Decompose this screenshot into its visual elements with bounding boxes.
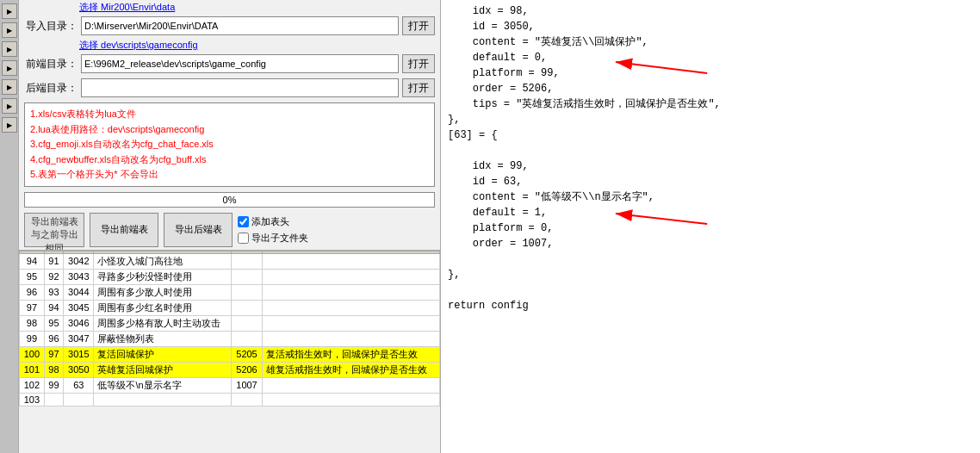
front-dir-label: 前端目录： [24,57,78,71]
table-cell-0-5 [262,253,439,269]
action-row: 导出前端表 与之前导出相同 导出前端表 导出后端表 添加表头 导出子文件夹 [19,210,440,250]
export-sub-label: 导出子文件夹 [251,232,308,245]
front-dir-open-button[interactable]: 打开 [402,54,435,73]
data-table: 94913042小怪攻入城门高往地95923043寻路多少秒没怪时使用96933… [19,251,440,406]
col-header-1 [20,251,45,253]
left-panel: 选择 Mir200\Envir\data 导入目录： 打开 选择 dev\scr… [19,0,441,453]
add-header-row: 添加表头 [238,215,308,228]
table-cell-9-4 [232,393,262,406]
front-dir-link[interactable]: 选择 dev\scripts\gameconfig [19,38,440,52]
table-cell-6-0: 100 [20,346,45,362]
right-panel[interactable]: idx = 98, id = 3050, content = "英雄复活\\回城… [441,0,980,453]
table-cell-1-3: 寻路多少秒没怪时使用 [94,269,232,284]
sidebar-icon-7[interactable]: ▶ [2,117,17,133]
table-cell-4-4 [232,315,262,331]
back-dir-open-button[interactable]: 打开 [402,78,435,97]
table-cell-9-2 [64,393,94,406]
add-header-checkbox[interactable] [238,216,249,227]
info-line-1: 1.xls/csv表格转为lua文件 [30,107,429,122]
table-cell-2-2: 3044 [64,284,94,300]
table-cell-9-0: 103 [20,393,45,406]
table-cell-8-2: 63 [64,377,94,393]
col-header-4 [94,251,232,253]
col-header-6 [262,251,439,253]
import-dir-input[interactable] [81,16,399,35]
table-row[interactable]: 99963047屏蔽怪物列表 [20,331,440,346]
table-cell-2-5 [262,284,439,300]
sidebar-icons: ▶ ▶ ▶ ▶ ▶ ▶ ▶ [0,0,19,453]
table-cell-8-5 [262,377,439,393]
sidebar-icon-3[interactable]: ▶ [2,41,17,57]
table-cell-4-0: 98 [20,315,45,331]
table-cell-2-4 [232,284,262,300]
table-cell-5-3: 屏蔽怪物列表 [94,331,232,346]
table-cell-9-3 [94,393,232,406]
table-cell-7-5: 雄复活戒指生效时，回城保护是否生效 [262,362,439,377]
table-cell-3-1: 94 [44,300,63,315]
table-cell-6-5: 复活戒指生效时，回城保护是否生效 [262,346,439,362]
col-header-3 [64,251,94,253]
table-row[interactable]: 96933044周围有多少敌人时使用 [20,284,440,300]
import-dir-link[interactable]: 选择 Mir200\Envir\data [19,0,440,14]
code-content: idx = 98, id = 3050, content = "英雄复活\\回城… [448,3,973,313]
sidebar-icon-2[interactable]: ▶ [2,22,17,38]
table-cell-5-0: 99 [20,331,45,346]
progress-text: 0% [25,193,434,207]
sidebar-icon-6[interactable]: ▶ [2,98,17,114]
sidebar-icon-5[interactable]: ▶ [2,79,17,95]
export-front-same-col: 导出前端表 与之前导出相同 [24,213,84,247]
table-container: 94913042小怪攻入城门高往地95923043寻路多少秒没怪时使用96933… [19,250,440,453]
table-cell-0-1: 91 [44,253,63,269]
info-line-2: 2.lua表使用路径：dev\scripts\gameconfig [30,122,429,138]
table-cell-6-4: 5205 [232,346,262,362]
import-dir-open-button[interactable]: 打开 [402,16,435,35]
table-cell-7-0: 101 [20,362,45,377]
table-row[interactable]: 94913042小怪攻入城门高往地 [20,253,440,269]
table-row[interactable]: 101983050英雄复活回城保护5206雄复活戒指生效时，回城保护是否生效 [20,362,440,377]
table-cell-3-4 [232,300,262,315]
table-cell-1-0: 95 [20,269,45,284]
table-cell-1-5 [262,269,439,284]
col-header-5 [232,251,262,253]
table-cell-3-2: 3045 [64,300,94,315]
table-cell-6-2: 3015 [64,346,94,362]
table-row[interactable]: 97943045周围有多少红名时使用 [20,300,440,315]
table-cell-0-0: 94 [20,253,45,269]
table-cell-9-5 [262,393,439,406]
table-cell-6-1: 97 [44,346,63,362]
table-cell-8-1: 99 [44,377,63,393]
info-line-4: 4.cfg_newbuffer.xls自动改名为cfg_buff.xls [30,152,429,168]
table-cell-5-4 [232,331,262,346]
table-cell-4-2: 3046 [64,315,94,331]
table-cell-2-0: 96 [20,284,45,300]
sidebar-icon-4[interactable]: ▶ [2,60,17,76]
table-cell-3-5 [262,300,439,315]
table-cell-1-2: 3043 [64,269,94,284]
table-row[interactable]: 1029963低等级不\n显示名字1007 [20,377,440,393]
front-dir-input[interactable] [81,54,399,73]
table-row[interactable]: 100973015复活回城保护5205复活戒指生效时，回城保护是否生效 [20,346,440,362]
back-dir-input[interactable] [81,78,399,97]
table-cell-6-3: 复活回城保护 [94,346,232,362]
table-cell-7-1: 98 [44,362,63,377]
table-row[interactable]: 95923043寻路多少秒没怪时使用 [20,269,440,284]
table-cell-0-2: 3042 [64,253,94,269]
sidebar-icon-1[interactable]: ▶ [2,3,17,19]
table-row[interactable]: 103 [20,393,440,406]
export-back-button[interactable]: 导出后端表 [164,213,233,247]
table-cell-8-3: 低等级不\n显示名字 [94,377,232,393]
export-front-same-button[interactable]: 导出前端表 与之前导出相同 [24,213,84,247]
export-sub-checkbox[interactable] [238,233,249,244]
info-box: 1.xls/csv表格转为lua文件2.lua表使用路径：dev\scripts… [24,102,435,187]
table-cell-1-1: 92 [44,269,63,284]
add-header-label: 添加表头 [251,215,289,228]
table-row[interactable]: 98953046周围多少格有敌人时主动攻击 [20,315,440,331]
table-cell-0-4 [232,253,262,269]
table-cell-5-1: 96 [44,331,63,346]
table-cell-7-4: 5206 [232,362,262,377]
table-cell-7-2: 3050 [64,362,94,377]
export-front-button[interactable]: 导出前端表 [90,213,158,247]
info-line-5: 5.表第一个格开头为* 不会导出 [30,167,429,183]
table-cell-3-3: 周围有多少红名时使用 [94,300,232,315]
table-cell-1-4 [232,269,262,284]
